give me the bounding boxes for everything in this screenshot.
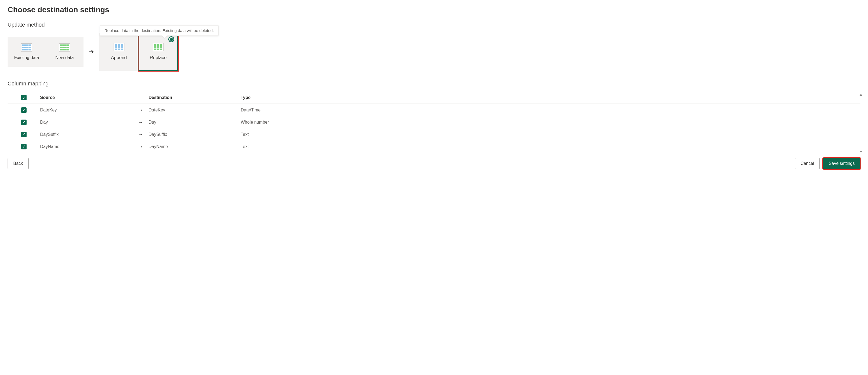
arrow-right-icon: ➔	[89, 48, 94, 55]
data-preview-group: Existing data New data	[8, 37, 84, 67]
header-destination: Destination	[149, 95, 241, 100]
source-cell: DateKey	[40, 107, 132, 113]
arrow-right-icon: →	[138, 107, 143, 113]
destination-cell: DaySuffix	[149, 132, 241, 137]
scrollbar[interactable]	[860, 94, 862, 153]
footer: Back Cancel Save settings	[8, 158, 860, 169]
source-cell: DaySuffix	[40, 132, 132, 137]
table-green-icon	[153, 43, 164, 51]
checkbox-row[interactable]	[21, 120, 27, 125]
column-mapping-label: Column mapping	[8, 81, 860, 87]
replace-tooltip: Replace data in the destination. Existin…	[100, 25, 218, 36]
checkbox-all[interactable]	[21, 95, 27, 100]
update-method-row: Existing data New data ➔ Append Replace	[8, 33, 860, 71]
new-data-tile: New data	[45, 42, 84, 62]
table-blue-icon	[114, 43, 124, 51]
table-header: Source Destination Type	[8, 92, 860, 104]
table-row: Day → Day Whole number	[8, 116, 860, 128]
append-label: Append	[111, 55, 127, 60]
arrow-right-icon: →	[138, 144, 143, 150]
append-option[interactable]: Append	[99, 33, 138, 71]
source-cell: Day	[40, 120, 132, 125]
arrow-right-icon: →	[138, 131, 143, 137]
existing-data-tile: Existing data	[8, 42, 45, 62]
checkbox-row[interactable]	[21, 144, 27, 149]
cancel-button[interactable]: Cancel	[795, 158, 820, 169]
table-row: DateKey → DateKey Date/Time	[8, 104, 860, 116]
table-row: DaySuffix → DaySuffix Text	[8, 128, 860, 140]
type-cell: Text	[241, 132, 860, 137]
save-settings-button[interactable]: Save settings	[823, 158, 860, 169]
checkbox-row[interactable]	[21, 107, 27, 113]
mapping-table: Source Destination Type DateKey → DateKe…	[8, 92, 860, 153]
existing-data-label: Existing data	[14, 55, 39, 60]
checkbox-row[interactable]	[21, 132, 27, 137]
back-button[interactable]: Back	[8, 158, 29, 169]
destination-cell: Day	[149, 120, 241, 125]
type-cell: Whole number	[241, 120, 860, 125]
type-cell: Text	[241, 144, 860, 149]
table-green-icon	[59, 43, 70, 52]
scroll-up-icon[interactable]	[860, 94, 862, 96]
table-blue-icon	[21, 43, 32, 52]
page-title: Choose destination settings	[8, 5, 860, 14]
destination-cell: DayName	[149, 144, 241, 149]
replace-option[interactable]: Replace	[138, 33, 178, 71]
destination-cell: DateKey	[149, 107, 241, 113]
table-row: DayName → DayName Text	[8, 140, 860, 153]
new-data-label: New data	[55, 55, 74, 60]
radio-selected-icon	[168, 36, 174, 42]
source-cell: DayName	[40, 144, 132, 149]
header-type: Type	[241, 95, 860, 100]
type-cell: Date/Time	[241, 107, 860, 113]
scroll-down-icon[interactable]	[860, 151, 862, 153]
header-source: Source	[40, 95, 132, 100]
replace-label: Replace	[150, 55, 166, 60]
arrow-right-icon: →	[138, 119, 143, 125]
method-options: Append Replace	[99, 33, 178, 71]
